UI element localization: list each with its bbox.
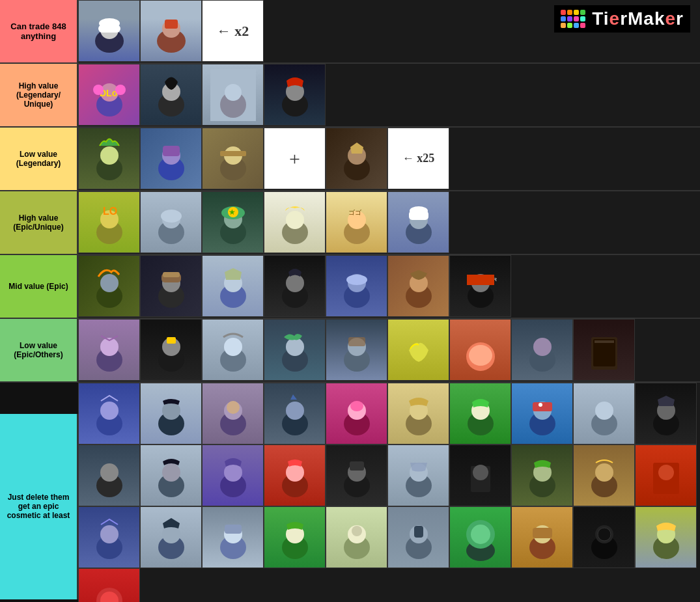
svg-rect-26 [220, 151, 246, 156]
svg-point-58 [286, 274, 304, 292]
list-item [511, 319, 573, 381]
list-item [202, 319, 264, 381]
tiermaker-logo: TierMaker [554, 5, 690, 33]
list-item [511, 506, 573, 568]
list-item [78, 0, 140, 62]
list-item [78, 383, 140, 445]
list-item [387, 506, 449, 568]
list-item [78, 128, 140, 189]
list-item [635, 445, 697, 506]
svg-rect-138 [225, 525, 242, 534]
list-item [326, 383, 387, 445]
tier-label-d: Mid value (Epic) [0, 255, 78, 318]
svg-point-34 [161, 210, 182, 223]
list-item [326, 255, 387, 317]
list-item: LO [78, 191, 140, 253]
tier-label-s: Can trade 848 anything [0, 0, 78, 62]
list-item [511, 383, 573, 445]
list-item [140, 128, 202, 189]
list-item: ★ [202, 191, 264, 253]
list-item [573, 319, 635, 381]
svg-point-48 [410, 206, 428, 215]
list-item [387, 191, 449, 253]
svg-text:ゴゴ: ゴゴ [348, 209, 362, 216]
list-item [264, 64, 326, 126]
svg-point-98 [350, 401, 363, 411]
svg-rect-121 [350, 461, 364, 471]
svg-point-112 [100, 463, 119, 482]
list-item [264, 506, 326, 568]
tier-row-d: Mid value (Epic) [0, 255, 700, 319]
list-item [326, 319, 387, 381]
svg-text:★: ★ [229, 208, 236, 217]
list-item: ゴゴ [326, 191, 387, 253]
list-item [387, 383, 449, 445]
list-item [202, 255, 264, 317]
svg-rect-85 [593, 339, 615, 366]
svg-point-108 [595, 402, 613, 420]
svg-point-155 [598, 528, 611, 541]
list-item [264, 191, 326, 253]
list-item [573, 383, 635, 445]
svg-point-131 [658, 465, 674, 480]
list-item [140, 506, 202, 568]
list-item [202, 64, 264, 126]
svg-point-83 [533, 338, 552, 356]
list-item [140, 383, 202, 445]
svg-point-125 [473, 465, 488, 480]
svg-point-143 [352, 526, 362, 536]
tier-items-f [78, 383, 700, 602]
list-item [449, 383, 511, 445]
svg-point-95 [286, 402, 304, 420]
svg-point-16 [225, 84, 242, 101]
list-item [387, 255, 449, 317]
list-item [78, 255, 140, 317]
logo-grid-icon [561, 10, 585, 28]
list-item [78, 319, 140, 381]
tier-row-f: Just delete them get an epic cosmetic at… [0, 383, 700, 602]
list-item [264, 319, 326, 381]
svg-rect-72 [167, 337, 176, 344]
list-item [635, 506, 697, 568]
list-item [387, 445, 449, 506]
list-item [78, 445, 140, 506]
list-item [449, 445, 511, 506]
svg-point-41 [286, 211, 304, 229]
svg-point-81 [469, 345, 492, 366]
tier-items-e [78, 319, 700, 381]
tier-row-c: High value (Epic/Unique) LO [0, 191, 700, 255]
svg-point-133 [100, 525, 119, 543]
tier-row-e: Low value (Epic/Others) [0, 319, 700, 383]
list-item [326, 128, 387, 189]
list-item [202, 506, 264, 568]
svg-point-118 [286, 463, 304, 482]
tier-label-c: High value (Epic/Unique) [0, 191, 78, 254]
list-item [387, 319, 449, 381]
tier-label-b: Low value (Legendary) [0, 128, 78, 190]
list-item [202, 128, 264, 189]
tier-label-a: High value (Legendary/ Unique) [0, 64, 78, 126]
svg-point-114 [162, 463, 180, 482]
list-item [573, 506, 635, 568]
svg-rect-152 [533, 528, 552, 538]
tier-label-f: Just delete them get an epic cosmetic at… [0, 414, 78, 599]
svg-rect-6 [165, 20, 178, 29]
list-item: DLo [78, 64, 140, 126]
svg-point-129 [595, 463, 613, 482]
tier-items-d: THRASHER [78, 255, 700, 318]
svg-point-76 [286, 338, 304, 356]
list-item [573, 445, 635, 506]
svg-rect-67 [467, 275, 494, 285]
list-item [140, 64, 202, 126]
list-item [635, 383, 697, 445]
tier-items-c: LO [78, 191, 700, 254]
svg-point-74 [224, 338, 242, 356]
tier-items-b: + ← x25 [78, 128, 700, 190]
list-item: ← x2 [202, 0, 264, 62]
logo-text: TierMaker [592, 8, 684, 29]
svg-point-50 [100, 274, 119, 292]
svg-rect-146 [414, 526, 423, 538]
svg-point-20 [100, 146, 119, 165]
list-item: ← x25 [387, 128, 449, 189]
list-item [140, 255, 202, 317]
